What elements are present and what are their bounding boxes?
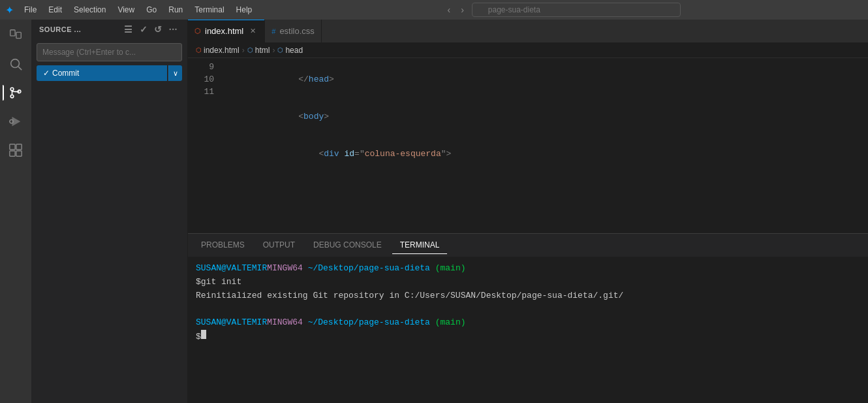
term-mingw-2: MINGW64 — [267, 316, 303, 330]
term-branch-2: (main) — [435, 316, 466, 330]
activity-icon-search[interactable] — [3, 51, 29, 77]
panel-tab-debug-console[interactable]: DEBUG CONSOLE — [305, 236, 390, 254]
code-line-11: <div id="coluna-esquerda"> — [219, 135, 868, 172]
sidebar-header-icons: ☰ ✓ ↺ ··· — [122, 24, 179, 35]
breadcrumb-sep-2: › — [272, 46, 275, 55]
svg-line-3 — [18, 67, 22, 70]
code-line-9: </head> — [219, 61, 868, 98]
term-path-text-1: ~/Desktop/page-sua-dieta — [308, 262, 430, 276]
commit-button[interactable]: ✓ Commit — [37, 65, 167, 81]
sidebar-icon-more[interactable]: ··· — [167, 24, 179, 35]
forward-button[interactable]: › — [458, 3, 467, 16]
svg-rect-12 — [10, 151, 15, 156]
term-user-1: SUSAN@VALTEMIR — [196, 262, 267, 276]
panel-tab-output[interactable]: OUTPUT — [255, 236, 303, 254]
term-mingw-1: MINGW64 — [267, 262, 303, 276]
tab-label-index-html: index.html — [205, 26, 243, 36]
tab-icon-css: # — [271, 27, 275, 35]
line-numbers: 9 10 11 — [188, 58, 219, 233]
svg-rect-10 — [10, 144, 15, 150]
terminal-line-5: $ — [196, 330, 860, 344]
menu-terminal[interactable]: Terminal — [189, 4, 229, 16]
commit-dropdown-button[interactable]: ∨ — [168, 65, 182, 81]
svg-rect-0 — [10, 30, 15, 36]
breadcrumb: ⬡ index.html › ⬡ html › ⬡ head — [188, 42, 868, 58]
tab-close-index-html[interactable]: ✕ — [247, 26, 258, 37]
menu-go[interactable]: Go — [141, 4, 162, 16]
term-prompt-2: $ — [196, 330, 201, 344]
activity-icon-extensions[interactable] — [3, 137, 29, 163]
code-editor[interactable]: 9 10 11 </head> <body> <div id="coluna-e… — [188, 58, 868, 233]
commit-message-input[interactable] — [37, 43, 182, 61]
menu-selection[interactable]: Selection — [69, 4, 111, 16]
editor-area: ⬡ index.html ✕ # estilo.css ⬡ index.html… — [188, 20, 868, 403]
search-input[interactable] — [472, 3, 681, 17]
terminal-content[interactable]: SUSAN@VALTEMIR MINGW64 ~/Desktop/page-su… — [188, 257, 868, 403]
tab-icon-html: ⬡ — [194, 27, 201, 35]
breadcrumb-parent2-label: head — [285, 46, 303, 55]
svg-rect-13 — [16, 151, 22, 156]
breadcrumb-filename: index.html — [204, 46, 240, 55]
term-prompt-1: $ — [196, 276, 201, 289]
sidebar-icon-hamburger[interactable]: ☰ — [122, 24, 135, 35]
search-wrapper: 🔍 — [472, 3, 681, 17]
line-num-9: 9 — [188, 61, 214, 73]
sidebar-icon-refresh[interactable]: ↺ — [152, 24, 164, 35]
tabs-bar: ⬡ index.html ✕ # estilo.css — [188, 20, 868, 42]
terminal-line-3: Reinitialized existing Git repository in… — [196, 289, 860, 303]
title-bar: ✦ File Edit Selection View Go Run Termin… — [0, 0, 868, 20]
menu-run[interactable]: Run — [163, 4, 188, 16]
breadcrumb-html-icon: ⬡ — [196, 46, 202, 54]
panel-tab-problems[interactable]: PROBLEMS — [193, 236, 253, 254]
activity-icon-explorer[interactable] — [3, 22, 29, 48]
term-space-2 — [430, 316, 435, 330]
line-num-10: 10 — [188, 73, 214, 86]
svg-rect-1 — [16, 32, 21, 38]
term-user-2: SUSAN@VALTEMIR — [196, 316, 267, 330]
panel: PROBLEMS OUTPUT DEBUG CONSOLE TERMINAL S… — [188, 233, 868, 403]
breadcrumb-parent1-label: html — [255, 46, 270, 55]
title-bar-center: ‹ › 🔍 — [262, 3, 863, 17]
panel-tabs: PROBLEMS OUTPUT DEBUG CONSOLE TERMINAL — [188, 234, 868, 257]
terminal-line-2: $ git init — [196, 276, 860, 289]
terminal-line-4: SUSAN@VALTEMIR MINGW64 ~/Desktop/page-su… — [196, 316, 860, 330]
menu-help[interactable]: Help — [231, 4, 258, 16]
main-layout: SOURCE ... ☰ ✓ ↺ ··· ✓ Commit ∨ ⬡ — [0, 20, 868, 403]
commit-row: ✓ Commit ∨ — [37, 65, 182, 81]
commit-area: ✓ Commit ∨ — [31, 39, 187, 85]
sidebar-title: SOURCE ... — [39, 25, 81, 33]
back-button[interactable]: ‹ — [444, 3, 453, 16]
menu-file[interactable]: File — [19, 4, 42, 16]
commit-button-label: Commit — [52, 69, 79, 78]
activity-icon-source-control[interactable] — [3, 80, 29, 106]
term-path-text-2: ~/Desktop/page-sua-dieta — [308, 316, 430, 330]
line-num-11: 11 — [188, 86, 214, 98]
menu-bar: File Edit Selection View Go Run Terminal… — [19, 4, 257, 16]
code-line-10: <body> — [219, 98, 868, 135]
tab-label-estilo-css: estilo.css — [279, 26, 314, 36]
terminal-cursor — [201, 330, 206, 339]
menu-view[interactable]: View — [112, 4, 140, 16]
activity-bar — [0, 20, 31, 403]
commit-check-icon: ✓ — [43, 69, 50, 78]
panel-tab-terminal[interactable]: TERMINAL — [392, 236, 448, 254]
term-space-1 — [430, 262, 435, 276]
term-branch-1: (main) — [435, 262, 466, 276]
tab-index-html[interactable]: ⬡ index.html ✕ — [188, 20, 265, 42]
code-content: </head> <body> <div id="coluna-esquerda"… — [219, 58, 868, 233]
vscode-logo: ✦ — [5, 4, 14, 16]
svg-point-5 — [10, 95, 14, 98]
tab-estilo-css[interactable]: # estilo.css — [265, 20, 322, 42]
breadcrumb-file: ⬡ index.html — [196, 46, 240, 55]
svg-rect-11 — [16, 144, 22, 150]
sidebar-icon-check[interactable]: ✓ — [138, 24, 150, 35]
activity-icon-run-debug[interactable] — [3, 108, 29, 135]
breadcrumb-sep-1: › — [242, 46, 245, 55]
breadcrumb-html2-icon: ⬡ — [247, 46, 253, 54]
menu-edit[interactable]: Edit — [43, 4, 67, 16]
sidebar-header: SOURCE ... ☰ ✓ ↺ ··· — [31, 20, 187, 39]
svg-point-2 — [11, 59, 20, 68]
svg-point-4 — [10, 88, 14, 91]
breadcrumb-parent1: ⬡ html — [247, 46, 270, 55]
breadcrumb-parent2: ⬡ head — [277, 46, 303, 55]
